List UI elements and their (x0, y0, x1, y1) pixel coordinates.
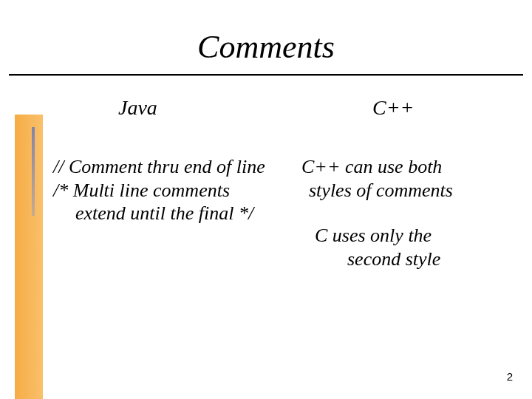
java-line-3: extend until the final */ (53, 202, 290, 225)
java-line-2: /* Multi line comments (53, 179, 290, 202)
cpp-note-1: C++ can use both styles of comments (301, 155, 523, 202)
decorative-stripe-blue (32, 127, 35, 216)
slide-title: Comments (0, 28, 532, 66)
slide: Comments Java // Comment thru end of lin… (0, 0, 532, 399)
java-heading: Java (118, 96, 290, 120)
cpp-note1-line2: styles of comments (301, 179, 523, 202)
title-underline (9, 74, 523, 75)
page-number: 2 (507, 370, 513, 383)
cpp-column: C++ C++ can use both styles of comments … (301, 96, 523, 271)
cpp-note2-line1: C uses only the (301, 224, 523, 248)
java-body: // Comment thru end of line /* Multi lin… (53, 155, 290, 225)
java-column: Java // Comment thru end of line /* Mult… (53, 96, 290, 225)
cpp-note1-line1: C++ can use both (301, 155, 523, 179)
decorative-stripe-yellow (15, 115, 43, 399)
java-line-1: // Comment thru end of line (53, 155, 290, 179)
cpp-note2-line2: second style (301, 248, 523, 271)
cpp-note-2: C uses only the second style (301, 224, 523, 270)
cpp-heading: C++ (372, 96, 523, 120)
